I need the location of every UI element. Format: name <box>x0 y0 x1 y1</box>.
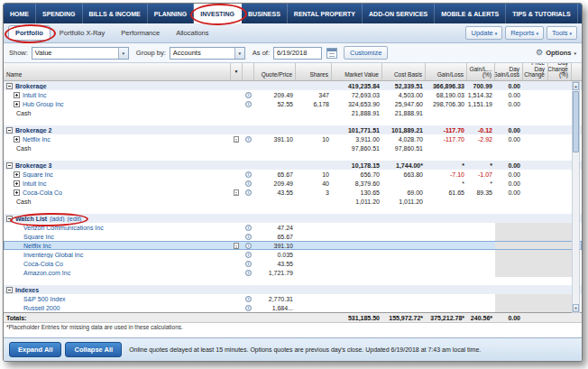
nav-tab-home[interactable]: HOME <box>4 4 36 23</box>
nav-tab-business[interactable]: BUSINESS <box>242 4 288 23</box>
column-header-mv[interactable]: Market Value <box>332 63 382 80</box>
expand-icon[interactable] <box>14 180 20 187</box>
table-row-russell-2000[interactable]: Russell 2000i1,684... <box>4 303 582 312</box>
column-header-pdc[interactable]: Price Day Change <box>523 63 548 80</box>
expand-icon[interactable] <box>14 189 20 196</box>
column-header-gl[interactable]: Gain/Loss <box>426 63 467 80</box>
expand-icon[interactable] <box>14 92 20 98</box>
column-header-glp[interactable]: Gain/L... (%) <box>467 63 495 80</box>
tab-portfolio-x-ray[interactable]: Portfolio X-Ray <box>52 25 112 41</box>
table-row-netflix-inc[interactable]: Netflix Inci391.10 <box>4 241 582 250</box>
table-row-brokerage-3[interactable]: Brokerage 310,178.151,744.00***0.00 <box>4 161 582 170</box>
update-button[interactable]: Update▾ <box>465 26 502 40</box>
nav-tab-tips-tutorials[interactable]: TIPS & TUTORIALS <box>506 4 577 23</box>
nav-tab-mobile-alerts[interactable]: MOBILE & ALERTS <box>435 4 506 23</box>
table-row-indexes[interactable]: Indexes <box>4 285 582 294</box>
group-by-select[interactable]: Accounts ▾ <box>170 47 245 60</box>
column-header-cb[interactable]: Cost Basis <box>382 63 426 80</box>
group-by-label: Group by: <box>136 49 166 57</box>
table-row-intuit-inc[interactable]: Intuit Inci209.4934772,693.034,503.0068,… <box>4 90 582 99</box>
collapse-icon[interactable] <box>6 162 13 169</box>
show-select[interactable]: Value ▾ <box>32 47 129 60</box>
calendar-icon[interactable] <box>326 48 337 59</box>
table-row-square-inc[interactable]: Square Inci65.6710656.70663.80-7.10-1.07… <box>4 170 582 179</box>
collapse-icon[interactable] <box>6 287 13 293</box>
nav-tab-bills-income[interactable]: BILLS & INCOME <box>83 4 148 23</box>
column-header-name[interactable]: Name <box>4 63 231 80</box>
collapse-all-button[interactable]: Collapse All <box>65 342 122 357</box>
nav-tab-planning[interactable]: PLANNING <box>148 4 195 23</box>
info-icon[interactable]: i <box>245 243 252 249</box>
reports-button[interactable]: Reports▾ <box>505 26 544 40</box>
security-name: Hub Group Inc <box>23 101 64 107</box>
column-header-info[interactable] <box>243 63 254 80</box>
table-row-watch-list[interactable]: Watch List(add)(edit) <box>4 214 582 223</box>
column-header-pdcp[interactable]: Price Day Change (%) <box>548 63 572 80</box>
customize-button[interactable]: Customize <box>344 46 388 60</box>
table-header: Name▼Quote/PriceSharesMarket ValueCost B… <box>4 63 582 81</box>
nav-tab-add-on-services[interactable]: ADD-ON SERVICES <box>363 4 435 23</box>
info-icon[interactable]: i <box>245 261 252 267</box>
watchlist-edit-link[interactable]: (edit) <box>67 216 81 222</box>
nav-tab-rental-property[interactable]: RENTAL PROPERTY <box>288 4 363 23</box>
tools-button[interactable]: Tools▾ <box>547 26 577 40</box>
info-icon[interactable]: i <box>245 180 252 187</box>
vertical-scrollbar[interactable]: ▲ ▼ <box>572 81 580 313</box>
info-icon[interactable]: i <box>245 252 252 258</box>
nav-tab-investing[interactable]: INVESTING <box>194 4 242 23</box>
table-row-amazon-com-inc[interactable]: Amazon.com Inci1,721.79 <box>4 268 582 277</box>
scroll-down-icon[interactable]: ▼ <box>573 304 579 312</box>
options-button[interactable]: Options <box>546 49 571 57</box>
app-window: HOMESPENDINGBILLS & INCOMEPLANNINGINVEST… <box>3 3 583 362</box>
tab-portfolio[interactable]: Portfolio <box>8 25 51 41</box>
table-row-intuit-inc[interactable]: Intuit Inci209.49408,379.60**0.00 <box>4 179 582 188</box>
table-row-s-p-500-index[interactable]: S&P 500 Indexi2,770.31 <box>4 294 582 303</box>
column-header-quote[interactable]: Quote/Price <box>254 63 296 80</box>
info-icon[interactable]: i <box>245 171 252 178</box>
tab-performance[interactable]: Performance <box>114 25 167 41</box>
name-cell: Intuit Inc <box>4 180 231 187</box>
table-row-cash[interactable]: Cash1,011.201,011.20 <box>4 197 582 206</box>
info-icon[interactable]: i <box>245 296 252 302</box>
table-row-netflix-inc[interactable]: Netflix Inci391.10103,911.004,028.70-117… <box>4 134 582 143</box>
info-icon[interactable]: i <box>245 270 252 276</box>
security-name: Coca-Cola Co <box>23 189 62 196</box>
table-row-brokerage-2[interactable]: Brokerage 2101,771.51101,889.21-117.70-0… <box>4 125 582 134</box>
info-icon[interactable]: i <box>245 189 252 196</box>
table-row-coca-cola-co[interactable]: Coca-Cola Coi43.553130.6569.0061.6589.35… <box>4 188 582 197</box>
table-row-verizon-communications-inc[interactable]: Verizon Communications Inci47.24 <box>4 223 582 232</box>
scroll-up-icon[interactable]: ▲ <box>573 82 579 90</box>
column-header-day[interactable]: Day Gain/Loss <box>495 63 523 80</box>
table-row-inventergy-global-inc[interactable]: Inventergy Global Inci0.035 <box>4 250 582 259</box>
collapse-icon[interactable] <box>6 83 13 89</box>
table-row-square-inc[interactable]: Square Inci65.67 <box>4 232 582 241</box>
info-icon[interactable]: i <box>245 101 252 107</box>
as-of-date-input[interactable]: 6/19/2018 <box>273 47 322 60</box>
expand-icon[interactable] <box>14 136 20 143</box>
column-header-shares[interactable]: Shares <box>296 63 332 80</box>
security-name: Square Inc <box>23 171 53 178</box>
column-header-icon[interactable]: ▼ <box>231 63 243 80</box>
expand-icon[interactable] <box>14 171 20 178</box>
info-icon[interactable]: i <box>245 225 252 231</box>
info-icon[interactable]: i <box>245 305 252 311</box>
document-icon <box>234 136 239 143</box>
expand-all-button[interactable]: Expand All <box>9 342 61 357</box>
table-row-hub-group-inc[interactable]: Hub Group Inci52.556,178324,653.9025,947… <box>4 99 582 108</box>
table-row-cash[interactable]: Cash21,888.9121,888.91 <box>4 108 582 117</box>
table-row-brokerage[interactable]: Brokerage419,235.8452,339.51366,896.3370… <box>4 81 582 90</box>
shares-cell: 10 <box>296 136 332 143</box>
info-icon[interactable]: i <box>245 136 252 143</box>
table-row-cash[interactable]: Cash97,860.5197,860.51 <box>4 143 582 152</box>
info-icon[interactable]: i <box>245 234 252 240</box>
collapse-icon[interactable] <box>6 216 13 222</box>
tab-allocations[interactable]: Allocations <box>169 25 216 41</box>
table-row-coca-cola-co[interactable]: Coca-Cola Coi43.55 <box>4 259 582 268</box>
nav-tab-spending[interactable]: SPENDING <box>36 4 83 23</box>
security-name: Netflix Inc <box>23 136 51 143</box>
expand-icon[interactable] <box>14 101 20 107</box>
collapse-icon[interactable] <box>6 127 13 134</box>
info-icon[interactable]: i <box>245 92 252 98</box>
scrollbar-thumb[interactable] <box>573 91 579 152</box>
watchlist-add-link[interactable]: (add) <box>50 216 64 222</box>
